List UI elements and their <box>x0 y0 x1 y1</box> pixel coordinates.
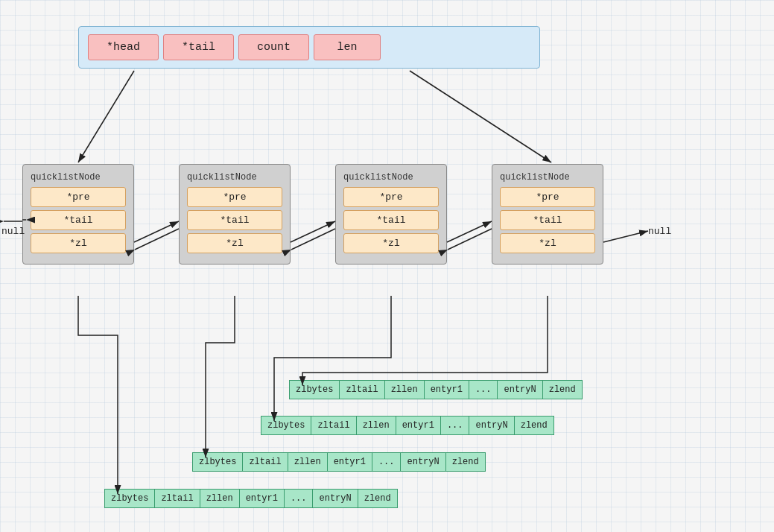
node3-pre: *pre <box>343 187 439 207</box>
zl3-zltail: zltail <box>311 416 356 435</box>
svg-line-13 <box>603 231 648 242</box>
header-field-count: count <box>238 34 309 60</box>
node4-pre: *pre <box>500 187 595 207</box>
svg-line-3 <box>410 71 551 162</box>
zl1-zltail: zltail <box>154 489 200 508</box>
zl4-zlbytes: zlbytes <box>289 380 340 399</box>
diagram: *head *tail count len quicklistNode *pre… <box>0 0 774 532</box>
quicklist-node-2: quicklistNode *pre *tail *zl <box>179 164 291 265</box>
node2-tail: *tail <box>187 210 282 230</box>
node1-pre: *pre <box>31 187 126 207</box>
zl3-entyr1: entyr1 <box>396 416 441 435</box>
zl1-zllen: zllen <box>200 489 240 508</box>
null-label-right: null <box>648 226 671 237</box>
zl1-dots: ... <box>284 489 314 508</box>
zl4-dots: ... <box>469 380 498 399</box>
zl4-entryN: entryN <box>497 380 542 399</box>
node1-zl: *zl <box>31 233 126 253</box>
zl1-entryN: entryN <box>312 489 358 508</box>
zl3-dots: ... <box>440 416 470 435</box>
null-label-left: null <box>1 226 25 237</box>
node1-tail: *tail <box>31 210 126 230</box>
quicklist-node-3: quicklistNode *pre *tail *zl <box>335 164 447 265</box>
svg-line-11 <box>447 221 492 242</box>
zl2-zllen: zllen <box>288 452 328 472</box>
ziplist-2: zlbytes zltail zllen entyr1 ... entryN z… <box>192 452 485 472</box>
svg-line-12 <box>448 229 492 250</box>
zl3-zllen: zllen <box>356 416 396 435</box>
zl4-zllen: zllen <box>384 380 425 399</box>
zl2-zltail: zltail <box>242 452 288 472</box>
zl1-entyr1: entyr1 <box>239 489 285 508</box>
zl1-zlbytes: zlbytes <box>104 489 155 508</box>
svg-line-2 <box>78 71 134 162</box>
header-field-tail: *tail <box>163 34 234 60</box>
zl3-entryN: entryN <box>469 416 514 435</box>
ziplist-4: zlbytes zltail zllen entyr1 ... entryN z… <box>289 380 582 399</box>
zl2-dots: ... <box>372 452 402 472</box>
zl3-zlend: zlend <box>514 416 554 435</box>
ziplist-3: zlbytes zltail zllen entyr1 ... entryN z… <box>261 416 553 435</box>
svg-line-7 <box>134 221 179 242</box>
node2-zl: *zl <box>187 233 282 253</box>
svg-line-10 <box>291 229 335 250</box>
zl3-zlbytes: zlbytes <box>261 416 311 435</box>
node3-tail: *tail <box>343 210 439 230</box>
quicklist-node-1: quicklistNode *pre *tail *zl <box>22 164 134 265</box>
zl1-zlend: zlend <box>358 489 398 508</box>
zl2-entyr1: entyr1 <box>327 452 372 472</box>
quicklist-header: *head *tail count len <box>78 26 540 69</box>
node3-zl: *zl <box>343 233 439 253</box>
zl2-zlbytes: zlbytes <box>192 452 243 472</box>
node2-pre: *pre <box>187 187 282 207</box>
node1-label: quicklistNode <box>31 172 126 183</box>
node2-label: quicklistNode <box>187 172 282 183</box>
zl2-entryN: entryN <box>400 452 445 472</box>
svg-line-8 <box>135 229 179 250</box>
zl2-zlend: zlend <box>445 452 486 472</box>
zl4-zlend: zlend <box>542 380 583 399</box>
node4-zl: *zl <box>500 233 595 253</box>
header-field-len: len <box>314 34 381 60</box>
node3-label: quicklistNode <box>343 172 439 183</box>
header-field-head: *head <box>88 34 159 60</box>
ziplist-1: zlbytes zltail zllen entyr1 ... entryN z… <box>104 489 397 508</box>
svg-line-9 <box>291 221 335 242</box>
zl4-zltail: zltail <box>339 380 384 399</box>
node4-tail: *tail <box>500 210 595 230</box>
node4-label: quicklistNode <box>500 172 595 183</box>
quicklist-node-4: quicklistNode *pre *tail *zl <box>492 164 603 265</box>
zl4-entyr1: entyr1 <box>424 380 469 399</box>
